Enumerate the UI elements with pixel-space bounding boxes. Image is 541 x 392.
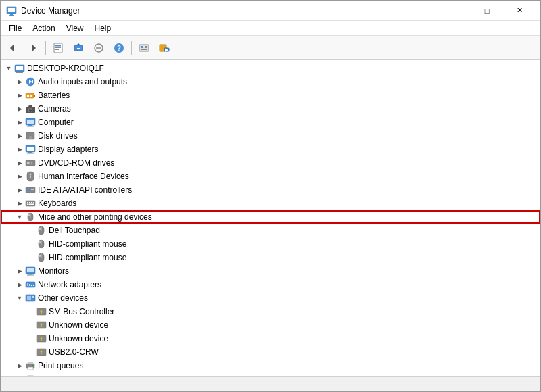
svg-rect-1 — [8, 8, 15, 12]
expander-monitors[interactable]: ▶ — [14, 266, 25, 276]
row-dell-touchpad[interactable]: Dell Touchpad — [1, 224, 540, 237]
more-button[interactable]: ▶ — [155, 39, 174, 57]
svg-rect-106 — [41, 339, 41, 341]
expander-cameras[interactable]: ▶ — [14, 103, 25, 114]
label-hid-mouse-2: HID-compliant mouse — [49, 253, 126, 262]
menu-bar: File Action View Help — [1, 21, 540, 36]
title-text: Device Manager — [21, 6, 80, 16]
row-display[interactable]: ▶ Display adapters — [1, 143, 540, 156]
label-usb: USB2.0-CRW — [49, 347, 99, 357]
expander-keyboards[interactable]: ▶ — [14, 198, 25, 209]
node-hid: ▶ Human Interface Devices — [1, 170, 540, 183]
label-dell-touchpad: Dell Touchpad — [49, 226, 100, 235]
row-usb[interactable]: USB2.0-CRW — [1, 345, 540, 359]
back-button[interactable] — [3, 39, 22, 57]
svg-rect-67 — [27, 202, 28, 203]
maximize-button[interactable]: □ — [471, 1, 502, 21]
help-button[interactable]: ? — [110, 39, 128, 57]
label-computer: Computer — [38, 118, 74, 127]
menu-file[interactable]: File — [3, 22, 27, 34]
svg-rect-72 — [29, 204, 32, 205]
hid-icon — [25, 171, 36, 182]
expander-empty — [25, 333, 36, 344]
row-smbus[interactable]: SM Bus Controller — [1, 305, 540, 318]
expander-batteries[interactable]: ▶ — [14, 90, 25, 101]
menu-action[interactable]: Action — [27, 22, 60, 34]
row-network[interactable]: ▶ Network adapters — [1, 278, 540, 291]
expander-audio[interactable]: ▶ — [14, 76, 25, 87]
hid-mouse-1-icon — [36, 239, 47, 249]
row-disk[interactable]: ▶ Disk drives — [1, 129, 540, 143]
expander-display[interactable]: ▶ — [14, 144, 25, 155]
root-row[interactable]: ▼ DESKTOP-KROIQ1F — [1, 62, 540, 75]
node-monitors: ▶ Monitors — [1, 264, 540, 278]
expander-ide[interactable]: ▶ — [14, 185, 25, 195]
expander-dvd[interactable]: ▶ — [14, 157, 25, 168]
row-monitors[interactable]: ▶ Monitors — [1, 264, 540, 278]
disable-icon — [93, 43, 104, 53]
svg-rect-91 — [27, 283, 28, 286]
row-unknown-2[interactable]: Unknown device — [1, 332, 540, 345]
row-print[interactable]: ▶ Print queues — [1, 359, 540, 372]
disable-button[interactable] — [89, 39, 108, 57]
row-hid-mouse-1[interactable]: HID-compliant mouse — [1, 237, 540, 251]
expander-other[interactable]: ▼ — [14, 293, 25, 303]
svg-rect-35 — [34, 95, 35, 97]
svg-rect-109 — [41, 352, 41, 354]
row-ide[interactable]: ▶ IDE ATA/ATAPI controllers — [1, 183, 540, 197]
print-icon — [25, 360, 36, 371]
update-driver-button[interactable] — [69, 39, 88, 57]
menu-view[interactable]: View — [61, 22, 89, 34]
root-node: ▼ DESKTOP-KROIQ1F ▶ Audio inp — [1, 62, 540, 376]
row-dvd[interactable]: ▶ DVD/CD-ROM drives — [1, 156, 540, 170]
row-batteries[interactable]: ▶ Batteries — [1, 89, 540, 102]
svg-point-42 — [30, 109, 31, 109]
svg-rect-21 — [145, 47, 147, 48]
svg-rect-63 — [27, 189, 30, 191]
close-button[interactable]: ✕ — [504, 1, 535, 21]
label-hid: Human Interface Devices — [38, 172, 129, 181]
label-network: Network adapters — [38, 280, 101, 289]
properties-button[interactable] — [49, 39, 68, 57]
mice-icon — [25, 212, 36, 222]
row-hid-mouse-2[interactable]: HID-compliant mouse — [1, 251, 540, 264]
device-tree[interactable]: ▼ DESKTOP-KROIQ1F ▶ Audio inp — [1, 60, 540, 376]
menu-help[interactable]: Help — [89, 22, 117, 34]
row-hid[interactable]: ▶ Human Interface Devices — [1, 170, 540, 183]
row-other[interactable]: ▼ Other devices — [1, 291, 540, 305]
row-mice[interactable]: ▼ Mice and other pointing devices — [1, 210, 540, 224]
forward-button[interactable] — [24, 39, 43, 57]
forward-icon — [28, 43, 39, 53]
label-unknown-2: Unknown device — [49, 334, 108, 343]
svg-rect-94 — [33, 285, 34, 286]
node-disk: ▶ Disk drives — [1, 129, 540, 143]
other-icon — [25, 293, 36, 303]
node-keyboards: ▶ Keyboards — [1, 197, 540, 210]
row-computer[interactable]: ▶ Computer — [1, 116, 540, 129]
expander-print[interactable]: ▶ — [14, 360, 25, 371]
svg-rect-96 — [27, 296, 31, 300]
expander-disk[interactable]: ▶ — [14, 130, 25, 141]
expander-mice[interactable]: ▼ — [14, 212, 25, 222]
expander-network[interactable]: ▶ — [14, 279, 25, 290]
svg-rect-32 — [32, 80, 33, 83]
svg-rect-12 — [77, 47, 80, 47]
title-icon — [6, 5, 17, 16]
scan-button[interactable] — [135, 39, 154, 57]
minimize-button[interactable]: ─ — [439, 1, 470, 21]
label-audio: Audio inputs and outputs — [38, 77, 127, 87]
row-cameras[interactable]: ▶ Cameras — [1, 102, 540, 116]
row-unknown-1[interactable]: Unknown device — [1, 318, 540, 332]
svg-point-50 — [30, 137, 31, 138]
row-audio[interactable]: ▶ Audio inputs and outputs — [1, 75, 540, 89]
svg-point-57 — [30, 162, 31, 164]
expander-empty — [25, 239, 36, 249]
svg-rect-20 — [145, 46, 147, 47]
root-expander[interactable]: ▼ — [3, 63, 14, 74]
more-icon: ▶ — [159, 43, 170, 53]
row-keyboards[interactable]: ▶ Keyboards — [1, 197, 540, 210]
svg-marker-4 — [10, 44, 14, 52]
expander-computer[interactable]: ▶ — [14, 117, 25, 128]
scan-icon — [139, 43, 149, 53]
expander-hid[interactable]: ▶ — [14, 171, 25, 182]
